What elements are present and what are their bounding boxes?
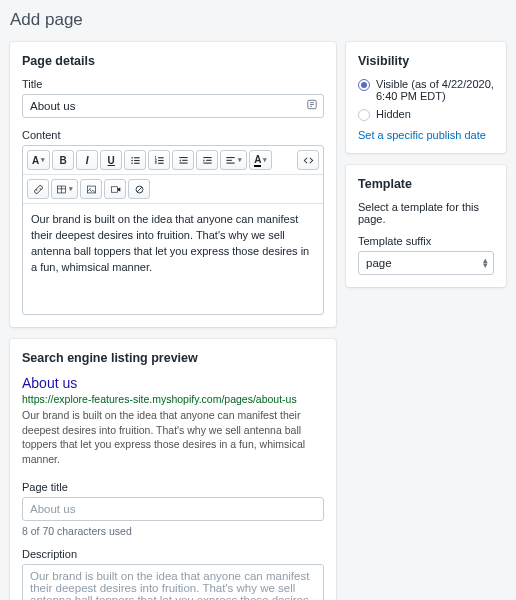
radio-icon (358, 109, 370, 121)
svg-point-1 (131, 156, 133, 158)
template-subtext: Select a template for this page. (358, 201, 494, 225)
svg-rect-17 (206, 159, 212, 160)
svg-rect-13 (179, 157, 187, 158)
visibility-option-hidden[interactable]: Hidden (358, 108, 494, 121)
rte-underline-button[interactable]: U (100, 150, 122, 170)
seo-description-label: Description (22, 548, 324, 560)
svg-rect-10 (158, 159, 164, 160)
seo-preview-description: Our brand is built on the idea that anyo… (22, 408, 324, 467)
page-heading: Add page (10, 10, 506, 30)
template-suffix-label: Template suffix (358, 235, 494, 247)
svg-rect-6 (134, 162, 140, 163)
rich-text-editor: A▾ B I U 123 ▾ A▾ ▾ (22, 145, 324, 315)
svg-point-5 (131, 162, 133, 164)
visibility-option-visible[interactable]: Visible (as of 4/22/2020, 6:40 PM EDT) (358, 78, 494, 102)
svg-rect-19 (227, 157, 235, 158)
svg-rect-14 (182, 159, 188, 160)
rte-outdent-button[interactable] (172, 150, 194, 170)
rte-link-button[interactable] (27, 179, 49, 199)
rte-toolbar-row2: ▾ (23, 175, 323, 204)
title-input[interactable] (22, 94, 324, 118)
rte-align-dropdown[interactable]: ▾ (220, 150, 247, 170)
seo-page-title-help: 8 of 70 characters used (22, 525, 324, 537)
template-heading: Template (358, 177, 494, 191)
visibility-heading: Visibility (358, 54, 494, 68)
rte-image-button[interactable] (80, 179, 102, 199)
rte-italic-button[interactable]: I (76, 150, 98, 170)
rte-indent-button[interactable] (196, 150, 218, 170)
rte-video-button[interactable] (104, 179, 126, 199)
content-editor[interactable]: Our brand is built on the idea that anyo… (23, 204, 323, 314)
svg-rect-12 (158, 162, 164, 163)
rte-bold-button[interactable]: B (52, 150, 74, 170)
card-visibility: Visibility Visible (as of 4/22/2020, 6:4… (346, 42, 506, 153)
seo-preview-title: About us (22, 375, 324, 391)
visibility-visible-label: Visible (as of 4/22/2020, 6:40 PM EDT) (376, 78, 494, 102)
rte-html-button[interactable] (297, 150, 319, 170)
svg-rect-18 (203, 162, 211, 163)
svg-rect-4 (134, 159, 140, 160)
rte-color-dropdown[interactable]: A▾ (249, 150, 272, 170)
svg-rect-21 (227, 162, 235, 163)
rte-number-list-button[interactable]: 123 (148, 150, 170, 170)
rte-bullet-list-button[interactable] (124, 150, 146, 170)
card-seo: Search engine listing preview About us h… (10, 339, 336, 600)
template-suffix-select[interactable]: page ▴▾ (358, 251, 494, 275)
rte-toolbar: A▾ B I U 123 ▾ A▾ (23, 146, 323, 175)
svg-text:3: 3 (154, 161, 156, 165)
svg-line-29 (137, 187, 142, 192)
rte-format-dropdown[interactable]: A▾ (27, 150, 50, 170)
title-label: Title (22, 78, 324, 90)
seo-description-input[interactable]: Our brand is built on the idea that anyo… (22, 564, 324, 600)
rte-table-dropdown[interactable]: ▾ (51, 179, 78, 199)
seo-page-title-input[interactable] (22, 497, 324, 521)
card-page-details: Page details Title Content A▾ B I U (10, 42, 336, 327)
svg-rect-15 (179, 162, 187, 163)
chevron-updown-icon: ▴▾ (483, 258, 488, 269)
svg-rect-20 (227, 159, 233, 160)
radio-icon (358, 79, 370, 91)
visibility-hidden-label: Hidden (376, 108, 411, 120)
rte-clear-button[interactable] (128, 179, 150, 199)
seo-heading: Search engine listing preview (22, 351, 324, 365)
seo-page-title-label: Page title (22, 481, 324, 493)
card-template: Template Select a template for this page… (346, 165, 506, 287)
seo-preview-url: https://explore-features-site.myshopify.… (22, 393, 324, 405)
publish-date-link[interactable]: Set a specific publish date (358, 129, 494, 141)
content-label: Content (22, 129, 324, 141)
template-suffix-value: page (358, 251, 494, 275)
svg-rect-16 (203, 157, 211, 158)
dynamic-source-icon[interactable] (306, 99, 318, 114)
svg-rect-27 (111, 186, 117, 192)
svg-rect-2 (134, 157, 140, 158)
svg-point-3 (131, 159, 133, 161)
page-details-heading: Page details (22, 54, 324, 68)
svg-rect-8 (158, 157, 164, 158)
